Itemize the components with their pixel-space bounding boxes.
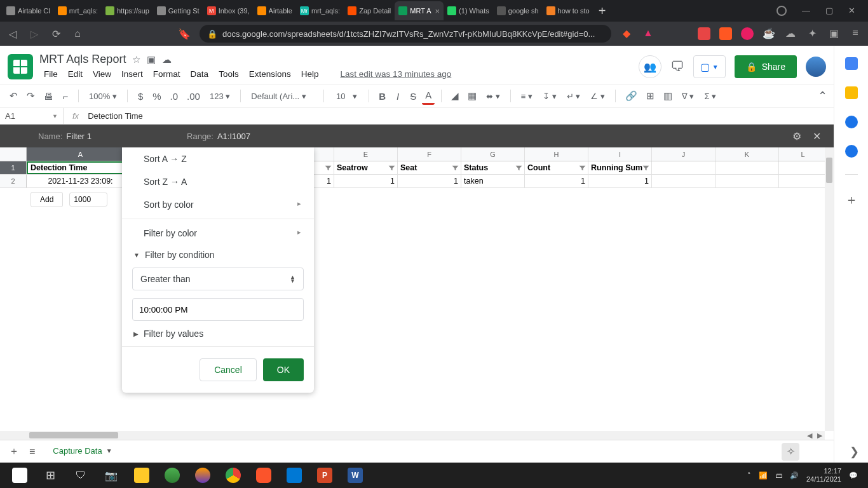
print-button[interactable]: 🖶 bbox=[41, 88, 57, 104]
sheet-tab-capture-data[interactable]: Capture Data▼ bbox=[45, 442, 119, 461]
col-header-G[interactable]: G bbox=[461, 147, 525, 161]
notifications-icon[interactable]: 💬 bbox=[849, 471, 858, 480]
formula-input[interactable]: Detection Time bbox=[88, 111, 143, 121]
link-button[interactable]: 🔗 bbox=[622, 88, 641, 104]
filter-by-values-toggle[interactable]: ▶Filter by values bbox=[122, 323, 314, 344]
sheets-logo[interactable] bbox=[8, 54, 33, 79]
powerpoint-app[interactable]: P bbox=[310, 463, 339, 488]
window-close[interactable]: ✕ bbox=[848, 6, 855, 16]
browser-menu-icon[interactable]: ≡ bbox=[849, 27, 862, 40]
header-cell[interactable]: Seatrow bbox=[334, 161, 398, 174]
filter-name[interactable]: Filter 1 bbox=[66, 132, 92, 141]
col-header-K[interactable]: K bbox=[715, 147, 779, 161]
all-sheets-button[interactable]: ≡ bbox=[29, 446, 35, 458]
brave-shield-icon[interactable]: ◆ bbox=[620, 27, 633, 40]
brave-app[interactable] bbox=[249, 463, 278, 488]
halign-button[interactable]: ≡ ▾ bbox=[517, 90, 536, 102]
col-header-F[interactable]: F bbox=[398, 147, 461, 161]
menu-tools[interactable]: Tools bbox=[214, 67, 243, 81]
filter-cancel-button[interactable]: Cancel bbox=[200, 358, 257, 381]
header-cell[interactable] bbox=[652, 161, 715, 174]
row-header-2[interactable]: 2 bbox=[0, 175, 27, 187]
star-icon[interactable]: ☆ bbox=[132, 54, 140, 65]
brave-rewards-icon[interactable]: ▲ bbox=[642, 27, 654, 40]
comments-button[interactable]: 🗨 bbox=[670, 58, 684, 75]
menu-view[interactable]: View bbox=[88, 67, 116, 81]
browser-tab[interactable]: Zap Detail bbox=[344, 1, 395, 20]
move-icon[interactable]: ▣ bbox=[147, 54, 156, 65]
last-edit-link[interactable]: Last edit was 13 minutes ago bbox=[336, 67, 456, 81]
security-icon[interactable]: 🛡 bbox=[66, 463, 95, 488]
calendar-addon-icon[interactable] bbox=[845, 57, 858, 70]
ext-icon-1[interactable] bbox=[698, 27, 710, 40]
filter-by-color[interactable]: Filter by color bbox=[122, 222, 314, 245]
new-tab-button[interactable]: + bbox=[593, 4, 611, 18]
get-addons-button[interactable]: ＋ bbox=[845, 191, 858, 208]
format-percent[interactable]: % bbox=[149, 88, 164, 104]
filter-button[interactable]: ∇ ▾ bbox=[678, 90, 698, 102]
select-all-corner[interactable] bbox=[0, 147, 27, 161]
explore-button[interactable]: ✧ bbox=[782, 443, 799, 461]
font-select[interactable]: Default (Ari... ▾ bbox=[247, 90, 317, 102]
col-header-J[interactable]: J bbox=[652, 147, 715, 161]
tray-expand-icon[interactable]: ˄ bbox=[747, 471, 751, 480]
chart-button[interactable]: ▥ bbox=[660, 88, 675, 104]
sort-az[interactable]: Sort A → Z bbox=[122, 147, 314, 170]
row-header-1[interactable]: 1 bbox=[0, 161, 27, 174]
header-cell[interactable] bbox=[779, 161, 827, 174]
nav-back[interactable]: ◁ bbox=[6, 28, 19, 40]
ext-icon-2[interactable] bbox=[719, 27, 732, 40]
col-header-E[interactable]: E bbox=[334, 147, 398, 161]
add-rows-input[interactable] bbox=[69, 193, 107, 207]
browser-tab[interactable]: https://sup bbox=[102, 1, 153, 20]
filter-ok-button[interactable]: OK bbox=[263, 358, 304, 381]
add-sheet-button[interactable]: ＋ bbox=[9, 445, 19, 458]
col-header-A[interactable]: A bbox=[27, 147, 135, 161]
ext-icon-3[interactable] bbox=[741, 27, 754, 40]
paint-format-button[interactable]: ⌐ bbox=[59, 88, 72, 104]
sort-by-color[interactable]: Sort by color bbox=[122, 193, 314, 216]
filter-by-condition-toggle[interactable]: ▼Filter by condition bbox=[122, 245, 314, 265]
add-rows-button[interactable]: Add bbox=[31, 192, 63, 207]
header-cell[interactable]: Running Sum bbox=[588, 161, 652, 174]
nav-forward[interactable]: ▷ bbox=[28, 28, 41, 40]
data-cell[interactable]: 2021-11-23 23:09: bbox=[27, 175, 135, 187]
browser-tab[interactable]: Mrmrt_aqls: bbox=[296, 1, 344, 20]
condition-value-input[interactable] bbox=[132, 298, 304, 321]
header-cell[interactable]: Count bbox=[525, 161, 588, 174]
undo-button[interactable]: ↶ bbox=[6, 88, 21, 104]
more-formats[interactable]: 123 ▾ bbox=[206, 90, 234, 102]
data-cell[interactable]: 1 bbox=[398, 175, 461, 187]
hscrollbar[interactable]: ◀▶ bbox=[0, 431, 825, 440]
menu-format[interactable]: Format bbox=[149, 67, 185, 81]
functions-button[interactable]: Σ ▾ bbox=[700, 90, 720, 102]
sort-za[interactable]: Sort Z → A bbox=[122, 170, 314, 193]
merge-button[interactable]: ⬌ ▾ bbox=[482, 90, 504, 102]
header-cell[interactable] bbox=[715, 161, 779, 174]
browser-tab[interactable]: google sh bbox=[493, 1, 543, 20]
increase-decimal[interactable]: .00 bbox=[184, 88, 203, 104]
browser-profile-icon[interactable] bbox=[776, 6, 787, 16]
ext-icon-5[interactable]: ☁ bbox=[784, 27, 797, 40]
data-cell[interactable]: taken bbox=[461, 175, 525, 187]
document-title[interactable]: MRT Aqls Report bbox=[39, 53, 126, 66]
browser-tab[interactable]: Airtable Cl bbox=[3, 1, 54, 20]
window-maximize[interactable]: ▢ bbox=[825, 6, 833, 16]
start-button[interactable] bbox=[5, 463, 34, 488]
vscode-app[interactable] bbox=[280, 463, 309, 488]
format-currency[interactable]: $ bbox=[134, 88, 147, 104]
share-button[interactable]: 🔒 Share bbox=[735, 55, 797, 78]
url-input[interactable]: 🔒 docs.google.com/spreadsheets/d/1tctsZH… bbox=[200, 25, 611, 43]
fill-color-button[interactable]: ◢ bbox=[448, 88, 462, 104]
borders-button[interactable]: ▦ bbox=[465, 88, 480, 104]
filter-close-icon[interactable]: ✕ bbox=[813, 130, 821, 142]
word-app[interactable]: W bbox=[341, 463, 370, 488]
browser-tab[interactable]: Getting St bbox=[153, 1, 203, 20]
sidebar-icon[interactable]: ▣ bbox=[827, 27, 840, 40]
nav-reload[interactable]: ⟳ bbox=[50, 28, 62, 40]
col-header-I[interactable]: I bbox=[588, 147, 652, 161]
browser-tab[interactable]: MInbox (39, bbox=[203, 1, 254, 20]
present-button[interactable]: ▢▼ bbox=[693, 55, 726, 78]
header-cell[interactable]: Detection Time bbox=[27, 161, 135, 174]
vscrollbar[interactable] bbox=[825, 147, 834, 431]
